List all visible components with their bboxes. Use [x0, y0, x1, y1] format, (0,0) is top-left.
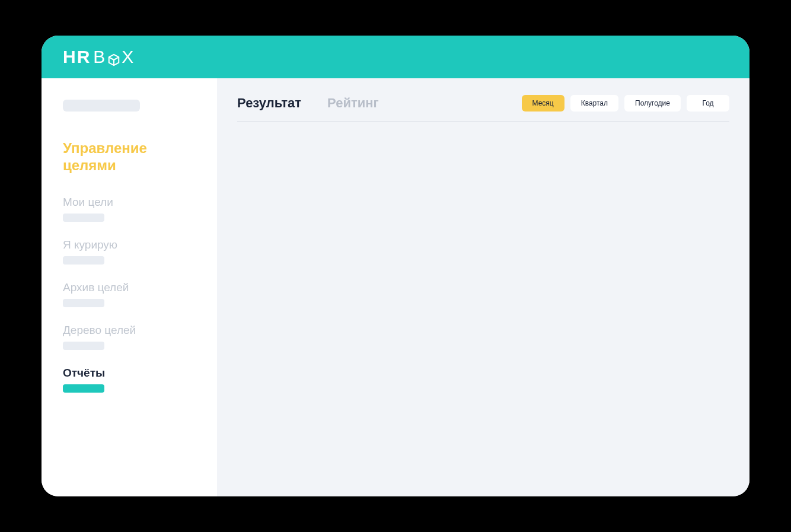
logo-text-b: B — [93, 47, 106, 67]
period-year-button[interactable]: Год — [687, 95, 729, 112]
period-month-button[interactable]: Месяц — [522, 95, 564, 112]
sidebar-item-my-goals[interactable]: Мои цели — [63, 196, 196, 222]
sidebar-item-label: Я курирую — [63, 238, 196, 251]
app-window: HR B X Управление целями Мои цели — [42, 36, 749, 496]
period-quarter-button[interactable]: Квартал — [570, 95, 618, 112]
sidebar-item-goals-tree[interactable]: Дерево целей — [63, 324, 196, 350]
body-area: Управление целями Мои цели Я курирую Арх… — [42, 78, 749, 496]
logo-text-hr: HR — [63, 47, 91, 67]
sidebar-item-underline — [63, 214, 104, 222]
view-header: Результат Рейтинг Месяц Квартал Полугоди… — [237, 95, 729, 122]
sidebar-item-label: Мои цели — [63, 196, 196, 209]
sidebar-item-underline — [63, 342, 104, 350]
sidebar-item-reports[interactable]: Отчёты — [63, 367, 196, 393]
sidebar-item-underline — [63, 299, 104, 307]
tab-result[interactable]: Результат — [237, 95, 301, 111]
sidebar-placeholder — [63, 100, 140, 112]
logo-text-x: X — [122, 47, 135, 67]
box-icon — [107, 50, 120, 63]
sidebar-item-label: Дерево целей — [63, 324, 196, 337]
view-tabs: Результат Рейтинг — [237, 95, 379, 111]
sidebar-item-label: Архив целей — [63, 281, 196, 294]
sidebar-item-underline — [63, 384, 104, 393]
period-filter-group: Месяц Квартал Полугодие Год — [522, 95, 730, 112]
period-halfyear-button[interactable]: Полугодие — [624, 95, 681, 112]
main-content: Результат Рейтинг Месяц Квартал Полугоди… — [217, 78, 749, 496]
sidebar: Управление целями Мои цели Я курирую Арх… — [42, 78, 217, 496]
sidebar-item-label: Отчёты — [63, 367, 196, 380]
sidebar-section-title: Управление целями — [63, 140, 196, 174]
sidebar-item-i-supervise[interactable]: Я курирую — [63, 238, 196, 265]
app-logo: HR B X — [63, 47, 135, 67]
tab-rating[interactable]: Рейтинг — [327, 95, 379, 111]
sidebar-item-goals-archive[interactable]: Архив целей — [63, 281, 196, 307]
sidebar-item-underline — [63, 256, 104, 265]
app-header: HR B X — [42, 36, 749, 78]
